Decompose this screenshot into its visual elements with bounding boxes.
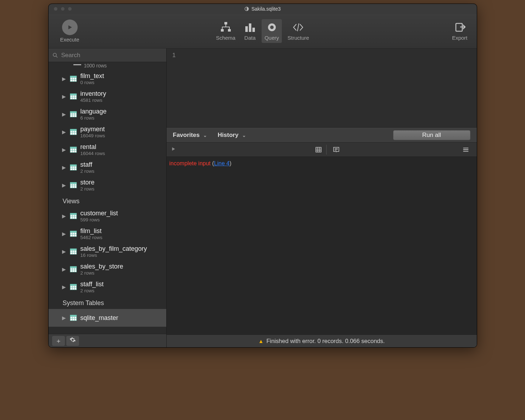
structure-icon (292, 21, 304, 33)
svg-rect-32 (70, 266, 77, 268)
item-name: sqlite_master (80, 314, 118, 322)
tree-item-film_text[interactable]: ▶film_text0 rows (49, 70, 166, 88)
item-name: language (80, 108, 107, 115)
disclosure-triangle-icon[interactable]: ▶ (62, 315, 66, 321)
views-section-label: Views (49, 194, 166, 207)
gear-icon (69, 337, 76, 345)
error-line-link[interactable]: Line 4 (214, 160, 230, 166)
code-area[interactable] (178, 49, 477, 127)
table-icon (70, 75, 77, 82)
item-rowcount: 16 rows (80, 253, 147, 258)
tree-item-customer_list[interactable]: ▶customer_list599 rows (49, 207, 166, 225)
tree-item-staff_list[interactable]: ▶staff_list2 rows (49, 278, 166, 296)
run-query-button[interactable] (171, 147, 176, 153)
tree-item-inventory[interactable]: ▶inventory4581 rows (49, 88, 166, 105)
svg-rect-1 (224, 22, 227, 24)
schema-tab[interactable]: Schema (213, 19, 238, 43)
disclosure-triangle-icon[interactable]: ▶ (62, 165, 66, 170)
tree-item-film_list[interactable]: ▶film_list5462 rows (49, 225, 166, 243)
svg-rect-36 (70, 315, 77, 316)
item-rowcount: 5462 rows (80, 235, 102, 241)
table-icon (70, 128, 77, 136)
status-text: Finished with error. 0 records. 0.066 se… (267, 338, 385, 344)
status-bar: ▲ Finished with error. 0 records. 0.066 … (167, 335, 477, 347)
structure-tab[interactable]: Structure (285, 19, 312, 43)
item-name: rental (80, 143, 105, 151)
disclosure-triangle-icon[interactable]: ▶ (62, 231, 66, 237)
item-rowcount: 6 rows (80, 115, 107, 121)
favorites-dropdown[interactable]: Favorites ⌄ (173, 132, 207, 139)
add-button[interactable]: ＋ (52, 336, 65, 346)
data-tab[interactable]: Data (241, 19, 259, 43)
tree-item-language[interactable]: ▶language6 rows (49, 105, 166, 123)
svg-rect-22 (70, 165, 77, 166)
query-tab[interactable]: Query (262, 19, 282, 43)
tree-item-store[interactable]: ▶store2 rows (49, 176, 166, 194)
tree-item-sales_by_store[interactable]: ▶sales_by_store2 rows (49, 260, 166, 278)
sql-editor[interactable]: 1 (167, 49, 477, 128)
svg-rect-30 (70, 249, 77, 250)
table-icon (70, 164, 77, 171)
svg-rect-37 (315, 147, 321, 152)
partial-table-row[interactable]: 1000 rows (49, 63, 166, 70)
history-dropdown[interactable]: History ⌄ (218, 132, 246, 139)
table-icon (70, 283, 77, 291)
item-name: film_list (80, 227, 102, 235)
item-rowcount: 4581 rows (80, 98, 106, 103)
disclosure-triangle-icon[interactable]: ▶ (62, 182, 66, 188)
disclosure-triangle-icon[interactable]: ▶ (62, 284, 66, 290)
run-all-button[interactable]: Run all (393, 130, 470, 140)
schema-icon (220, 21, 232, 33)
item-rowcount: 16044 rows (80, 151, 105, 156)
disclosure-triangle-icon[interactable]: ▶ (62, 147, 66, 153)
disclosure-triangle-icon[interactable]: ▶ (62, 249, 66, 254)
disclosure-triangle-icon[interactable]: ▶ (62, 111, 66, 117)
window-title: Sakila.sqlite3 (251, 6, 281, 12)
export-button[interactable]: Export (449, 19, 470, 43)
tree-item-payment[interactable]: ▶payment16049 rows (49, 123, 166, 141)
table-icon (70, 248, 77, 255)
item-name: payment (80, 126, 105, 133)
svg-rect-2 (221, 29, 224, 32)
grid-icon (315, 146, 322, 153)
tree-item-sqlite_master[interactable]: ▶sqlite_master (49, 309, 166, 327)
settings-button[interactable] (66, 336, 79, 346)
plus-icon: ＋ (55, 337, 62, 345)
tree-item-sales_by_film_category[interactable]: ▶sales_by_film_category16 rows (49, 243, 166, 260)
table-icon (70, 314, 77, 321)
tree-item-rental[interactable]: ▶rental16044 rows (49, 141, 166, 159)
svg-rect-34 (70, 284, 77, 286)
database-file-icon (244, 6, 249, 11)
disclosure-triangle-icon[interactable]: ▶ (62, 266, 66, 272)
hamburger-icon (462, 146, 470, 154)
sidebar-footer: ＋ (49, 334, 166, 347)
disclosure-triangle-icon[interactable]: ▶ (62, 129, 66, 135)
item-name: inventory (80, 90, 106, 98)
query-subtoolbar: Favorites ⌄ History ⌄ Run all (167, 128, 477, 143)
disclosure-triangle-icon[interactable]: ▶ (62, 94, 66, 99)
svg-point-10 (53, 53, 56, 56)
export-icon (454, 21, 466, 33)
table-icon (70, 230, 77, 237)
text-view-icon (333, 146, 340, 153)
play-icon (171, 147, 176, 151)
warning-icon: ▲ (258, 338, 264, 344)
results-grid-view-button[interactable] (313, 145, 326, 155)
item-rowcount: 2 rows (80, 186, 95, 192)
item-name: sales_by_store (80, 263, 123, 270)
schema-tree[interactable]: 1000 rows ▶film_text0 rows▶inventory4581… (49, 62, 166, 334)
svg-point-8 (270, 26, 274, 29)
chevron-down-icon: ⌄ (203, 133, 207, 138)
results-menu-button[interactable] (459, 145, 473, 155)
results-toolbar (167, 143, 477, 157)
data-icon (244, 21, 256, 33)
item-name: store (80, 179, 95, 186)
results-text-view-button[interactable] (329, 145, 343, 155)
item-rowcount: 599 rows (80, 217, 118, 223)
disclosure-triangle-icon[interactable]: ▶ (62, 213, 66, 219)
search-input[interactable] (61, 52, 163, 59)
tree-item-staff[interactable]: ▶staff2 rows (49, 159, 166, 176)
disclosure-triangle-icon[interactable]: ▶ (62, 76, 66, 82)
svg-rect-5 (249, 23, 251, 32)
svg-rect-4 (245, 26, 248, 32)
